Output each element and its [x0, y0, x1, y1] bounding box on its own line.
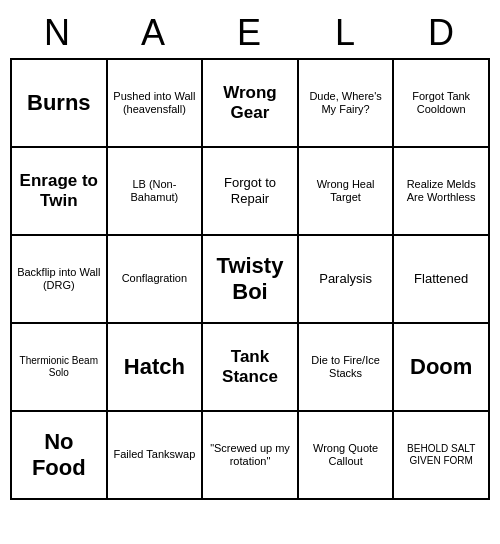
bingo-cell-0[interactable]: Burns: [12, 60, 108, 148]
bingo-cell-5[interactable]: Enrage to Twin: [12, 148, 108, 236]
title-letter-a: A: [106, 8, 202, 58]
bingo-cell-14[interactable]: Flattened: [394, 236, 490, 324]
bingo-cell-10[interactable]: Backflip into Wall (DRG): [12, 236, 108, 324]
bingo-cell-3[interactable]: Dude, Where's My Fairy?: [299, 60, 395, 148]
title-letter-e: E: [202, 8, 298, 58]
bingo-cell-17[interactable]: Tank Stance: [203, 324, 299, 412]
bingo-container: N A E L D BurnsPushed into Wall (heavens…: [10, 8, 490, 500]
bingo-grid: BurnsPushed into Wall (heavensfall)Wrong…: [10, 58, 490, 500]
bingo-cell-15[interactable]: Thermionic Beam Solo: [12, 324, 108, 412]
bingo-cell-16[interactable]: Hatch: [108, 324, 204, 412]
bingo-cell-18[interactable]: Die to Fire/Ice Stacks: [299, 324, 395, 412]
bingo-cell-22[interactable]: "Screwed up my rotation": [203, 412, 299, 500]
title-letter-l: L: [298, 8, 394, 58]
bingo-cell-8[interactable]: Wrong Heal Target: [299, 148, 395, 236]
bingo-cell-21[interactable]: Failed Tankswap: [108, 412, 204, 500]
title-letter-n: N: [10, 8, 106, 58]
bingo-cell-6[interactable]: LB (Non-Bahamut): [108, 148, 204, 236]
bingo-cell-2[interactable]: Wrong Gear: [203, 60, 299, 148]
bingo-cell-23[interactable]: Wrong Quote Callout: [299, 412, 395, 500]
bingo-cell-4[interactable]: Forgot Tank Cooldown: [394, 60, 490, 148]
bingo-cell-24[interactable]: BEHOLD SALT GIVEN FORM: [394, 412, 490, 500]
bingo-cell-20[interactable]: No Food: [12, 412, 108, 500]
bingo-title-row: N A E L D: [10, 8, 490, 58]
bingo-cell-13[interactable]: Paralysis: [299, 236, 395, 324]
bingo-cell-11[interactable]: Conflagration: [108, 236, 204, 324]
bingo-cell-19[interactable]: Doom: [394, 324, 490, 412]
bingo-cell-7[interactable]: Forgot to Repair: [203, 148, 299, 236]
bingo-cell-12[interactable]: Twisty Boi: [203, 236, 299, 324]
bingo-cell-9[interactable]: Realize Melds Are Worthless: [394, 148, 490, 236]
bingo-cell-1[interactable]: Pushed into Wall (heavensfall): [108, 60, 204, 148]
title-letter-d: D: [394, 8, 490, 58]
